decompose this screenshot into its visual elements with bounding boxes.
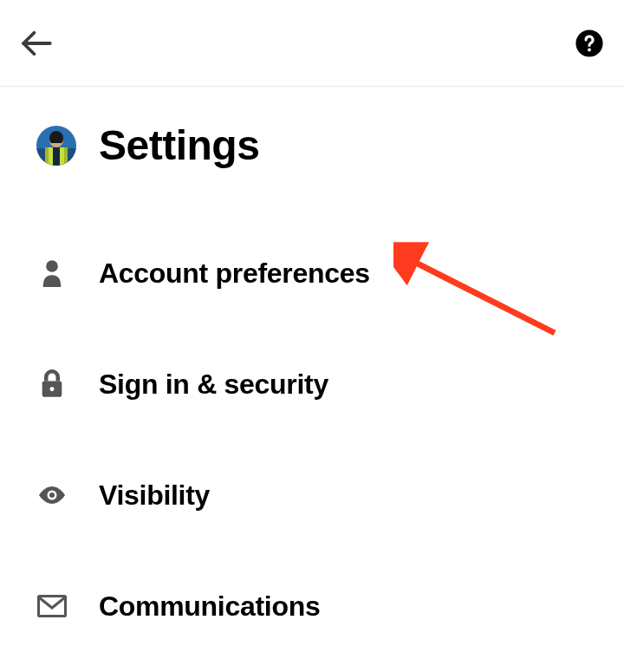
menu-label: Account preferences [99, 258, 370, 290]
help-button[interactable] [574, 28, 605, 59]
svg-rect-9 [64, 147, 68, 166]
svg-point-10 [46, 260, 58, 272]
menu-item-visibility[interactable]: Visibility [36, 452, 588, 538]
arrow-left-icon [18, 25, 55, 62]
help-icon [575, 29, 604, 58]
menu-label: Visibility [99, 480, 210, 512]
mail-icon [36, 595, 68, 617]
menu-label: Communications [99, 590, 320, 623]
lock-icon [36, 369, 68, 399]
topbar [0, 0, 624, 87]
back-button[interactable] [17, 24, 55, 62]
svg-rect-8 [45, 147, 49, 166]
title-row: Settings [36, 121, 588, 169]
svg-point-2 [588, 48, 591, 51]
menu-label: Sign in & security [99, 369, 328, 401]
svg-rect-7 [53, 147, 60, 166]
svg-point-12 [50, 387, 55, 391]
eye-icon [36, 485, 68, 506]
menu-item-sign-in-security[interactable]: Sign in & security [36, 341, 588, 427]
svg-point-14 [49, 493, 55, 498]
person-icon [36, 259, 68, 287]
content: Settings Account preferences Sign in & s… [0, 87, 624, 649]
menu-item-communications[interactable]: Communications [36, 563, 588, 649]
menu-item-account-preferences[interactable]: Account preferences [36, 230, 588, 316]
avatar[interactable] [36, 126, 76, 166]
page-title: Settings [99, 121, 259, 169]
